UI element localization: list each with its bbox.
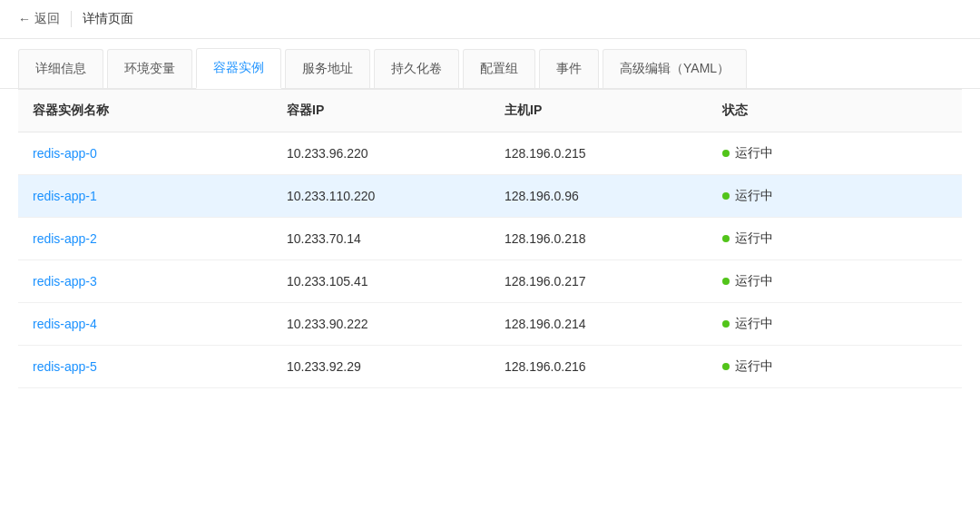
header-bar: ← 返回 详情页面	[0, 0, 980, 39]
tab-volume[interactable]: 持久化卷	[374, 49, 459, 88]
instance-link[interactable]: redis-app-5	[33, 359, 97, 374]
cell-container-ip: 10.233.92.29	[287, 359, 505, 374]
content-area: 容器实例名称 容器IP 主机IP 状态 redis-app-0 10.233.9…	[0, 89, 980, 406]
table-container: 容器实例名称 容器IP 主机IP 状态 redis-app-0 10.233.9…	[18, 89, 962, 388]
cell-name[interactable]: redis-app-0	[33, 146, 287, 161]
cell-container-ip: 10.233.96.220	[287, 146, 505, 161]
status-label: 运行中	[735, 145, 773, 162]
table-row: redis-app-0 10.233.96.220 128.196.0.215 …	[18, 132, 962, 175]
tab-events[interactable]: 事件	[539, 49, 599, 88]
tab-container[interactable]: 容器实例	[196, 48, 281, 89]
status-dot-icon	[722, 320, 730, 328]
cell-name[interactable]: redis-app-5	[33, 359, 287, 374]
instance-link[interactable]: redis-app-3	[33, 274, 97, 289]
cell-name[interactable]: redis-app-4	[33, 317, 287, 331]
cell-status: 运行中	[722, 145, 886, 162]
cell-host-ip: 128.196.0.215	[505, 146, 722, 161]
cell-status: 运行中	[722, 230, 886, 247]
table-row: redis-app-5 10.233.92.29 128.196.0.216 运…	[18, 346, 962, 388]
cell-container-ip: 10.233.105.41	[287, 274, 505, 289]
cell-host-ip: 128.196.0.217	[505, 274, 722, 289]
status-dot-icon	[722, 235, 730, 242]
cell-status: 运行中	[722, 316, 886, 332]
status-dot-icon	[722, 278, 730, 285]
cell-container-ip: 10.233.110.220	[287, 189, 505, 203]
col-header-host-ip: 主机IP	[505, 103, 722, 119]
tab-configmap[interactable]: 配置组	[463, 49, 535, 88]
instance-link[interactable]: redis-app-0	[33, 146, 97, 161]
cell-status: 运行中	[722, 358, 886, 375]
cell-host-ip: 128.196.0.214	[505, 317, 722, 331]
tab-detail[interactable]: 详细信息	[18, 49, 103, 88]
tab-service[interactable]: 服务地址	[285, 49, 370, 88]
status-label: 运行中	[735, 316, 773, 332]
cell-host-ip: 128.196.0.218	[505, 231, 722, 246]
back-label: 返回	[34, 11, 60, 27]
table-body: redis-app-0 10.233.96.220 128.196.0.215 …	[18, 132, 962, 388]
page-title: 详情页面	[83, 11, 133, 27]
instance-link[interactable]: redis-app-1	[33, 189, 97, 203]
cell-container-ip: 10.233.70.14	[287, 231, 505, 246]
cell-status: 运行中	[722, 188, 886, 204]
cell-status: 运行中	[722, 273, 886, 289]
cell-host-ip: 128.196.0.96	[505, 189, 722, 203]
table-row: redis-app-1 10.233.110.220 128.196.0.96 …	[18, 175, 962, 218]
status-label: 运行中	[735, 188, 773, 204]
instance-link[interactable]: redis-app-2	[33, 231, 97, 246]
back-arrow-icon: ←	[18, 12, 31, 26]
status-dot-icon	[722, 192, 730, 200]
table-row: redis-app-3 10.233.105.41 128.196.0.217 …	[18, 260, 962, 303]
instance-link[interactable]: redis-app-4	[33, 317, 97, 331]
cell-name[interactable]: redis-app-3	[33, 274, 287, 289]
status-label: 运行中	[735, 273, 773, 289]
tab-yaml[interactable]: 高级编辑（YAML）	[603, 49, 747, 88]
back-button[interactable]: ← 返回	[18, 11, 60, 27]
status-dot-icon	[722, 150, 730, 157]
col-header-name: 容器实例名称	[33, 103, 287, 119]
cell-container-ip: 10.233.90.222	[287, 317, 505, 331]
cell-name[interactable]: redis-app-1	[33, 189, 287, 203]
cell-name[interactable]: redis-app-2	[33, 231, 287, 246]
tab-env[interactable]: 环境变量	[107, 49, 192, 88]
status-label: 运行中	[735, 358, 773, 375]
tabs-bar: 详细信息 环境变量 容器实例 服务地址 持久化卷 配置组 事件 高级编辑（YAM…	[0, 39, 980, 89]
cell-host-ip: 128.196.0.216	[505, 359, 722, 374]
header-divider	[71, 11, 72, 27]
col-header-container-ip: 容器IP	[287, 103, 505, 119]
table-row: redis-app-2 10.233.70.14 128.196.0.218 运…	[18, 218, 962, 260]
table-header: 容器实例名称 容器IP 主机IP 状态	[18, 89, 962, 132]
status-dot-icon	[722, 363, 730, 370]
table-row: redis-app-4 10.233.90.222 128.196.0.214 …	[18, 303, 962, 346]
status-label: 运行中	[735, 230, 773, 247]
col-header-status: 状态	[722, 103, 886, 119]
